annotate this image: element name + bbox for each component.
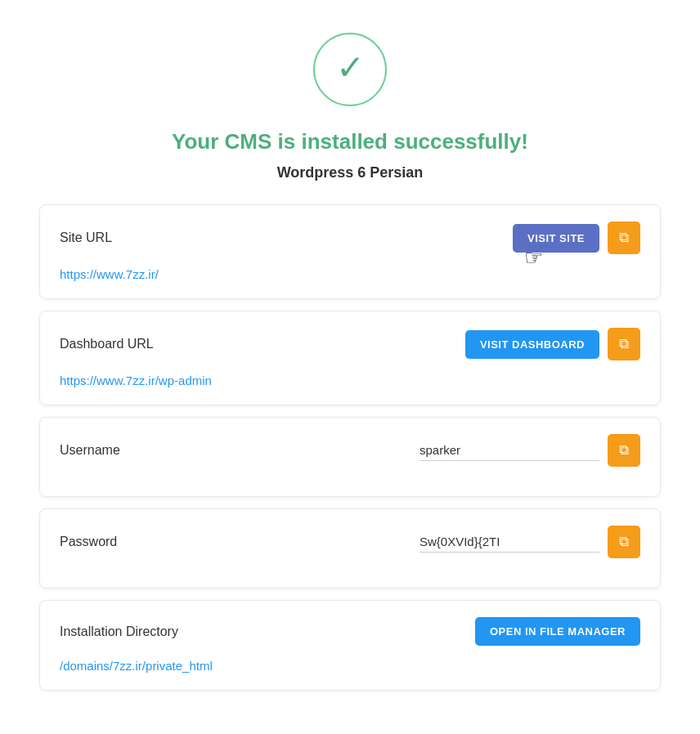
visit-site-button[interactable]: VISIT SITE xyxy=(513,224,599,253)
copy-username-button[interactable]: ⧉ xyxy=(608,434,640,467)
dashboard-url-link[interactable]: https://www.7zz.ir/wp-admin xyxy=(60,374,212,387)
username-card: Username ⧉ xyxy=(39,417,661,497)
password-value-row: ⧉ xyxy=(420,526,640,558)
visit-dashboard-button[interactable]: VISIT DASHBOARD xyxy=(465,330,599,359)
install-dir-link[interactable]: /domains/7zz.ir/private_html xyxy=(60,659,213,673)
copy-icon: ⧉ xyxy=(619,230,629,246)
username-input[interactable] xyxy=(420,440,599,461)
copy-icon: ⧉ xyxy=(619,442,629,459)
cms-subtitle: Wordpress 6 Persian xyxy=(277,164,424,181)
username-label: Username xyxy=(60,443,120,458)
checkmark-icon: ✓ xyxy=(336,51,365,85)
page-container: ✓ Your CMS is installed successfully! Wo… xyxy=(39,25,661,702)
site-url-link[interactable]: https://www.7zz.ir/ xyxy=(60,267,159,281)
site-url-actions: VISIT SITE ☞ ⧉ xyxy=(513,222,640,254)
site-url-card: Site URL VISIT SITE ☞ ⧉ https://www.7zz.… xyxy=(39,204,661,299)
copy-dashboard-url-button[interactable]: ⧉ xyxy=(608,328,640,360)
install-dir-actions: OPEN IN FILE MANAGER xyxy=(475,617,640,646)
copy-icon: ⧉ xyxy=(619,336,629,352)
password-card: Password ⧉ xyxy=(39,508,661,589)
password-input[interactable] xyxy=(420,531,599,553)
copy-site-url-button[interactable]: ⧉ xyxy=(608,222,640,254)
success-title: Your CMS is installed successfully! xyxy=(172,129,528,154)
success-icon-wrapper: ✓ xyxy=(313,33,387,106)
username-value-row: ⧉ xyxy=(420,434,640,467)
site-url-label: Site URL xyxy=(60,230,112,245)
dashboard-url-label: Dashboard URL xyxy=(60,337,154,351)
password-label: Password xyxy=(60,535,117,549)
copy-password-button[interactable]: ⧉ xyxy=(608,526,640,558)
install-dir-label: Installation Directory xyxy=(60,624,178,639)
install-dir-card: Installation Directory OPEN IN FILE MANA… xyxy=(39,600,661,691)
dashboard-url-actions: VISIT DASHBOARD ⧉ xyxy=(465,328,640,360)
dashboard-url-card: Dashboard URL VISIT DASHBOARD ⧉ https://… xyxy=(39,311,661,405)
copy-icon: ⧉ xyxy=(619,534,629,550)
visit-site-wrapper: VISIT SITE ☞ xyxy=(513,224,599,253)
open-file-manager-button[interactable]: OPEN IN FILE MANAGER xyxy=(475,617,640,646)
